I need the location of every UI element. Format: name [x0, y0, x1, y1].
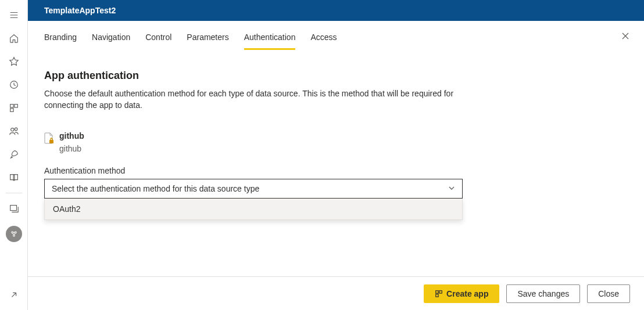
auth-method-select[interactable]: Select the authentication method for thi…	[44, 179, 463, 199]
svg-rect-11	[436, 290, 438, 293]
data-source-subname: github	[59, 144, 84, 153]
home-icon[interactable]	[2, 27, 26, 50]
footer-bar: Create app Save changes Close	[28, 276, 644, 310]
people-icon[interactable]	[2, 120, 26, 143]
layers-icon[interactable]	[2, 197, 26, 220]
tab-parameters[interactable]: Parameters	[187, 23, 228, 50]
svg-point-4	[10, 128, 13, 131]
save-changes-button[interactable]: Save changes	[506, 284, 580, 303]
svg-rect-2	[14, 104, 17, 107]
star-icon[interactable]	[2, 50, 26, 73]
auth-method-placeholder: Select the authentication method for thi…	[52, 184, 259, 193]
nav-divider	[6, 193, 22, 193]
clock-icon[interactable]	[2, 73, 26, 96]
data-source-row: github github	[44, 131, 628, 153]
chevron-down-icon	[448, 184, 455, 193]
create-app-button[interactable]: Create app	[424, 284, 499, 303]
main-panel: TemplateAppTest2 Branding Navigation Con…	[28, 0, 644, 310]
svg-point-9	[13, 235, 15, 236]
auth-method-dropdown: Select the authentication method for thi…	[44, 179, 463, 199]
auth-method-menu: OAuth2	[44, 199, 463, 220]
tab-navigation[interactable]: Navigation	[92, 23, 130, 50]
tab-access[interactable]: Access	[310, 23, 337, 50]
create-app-label: Create app	[446, 289, 488, 298]
close-icon[interactable]	[621, 31, 630, 41]
book-icon[interactable]	[2, 166, 26, 189]
section-description: Choose the default authentication method…	[44, 88, 468, 111]
tab-authentication[interactable]: Authentication	[244, 23, 296, 50]
app-icon	[435, 290, 443, 298]
section-title: App authentication	[44, 70, 628, 82]
rocket-icon[interactable]	[2, 143, 26, 166]
graph-circle-icon[interactable]	[2, 222, 26, 246]
page-title: TemplateAppTest2	[44, 6, 116, 15]
expand-icon[interactable]	[2, 283, 26, 307]
data-source-text: github github	[59, 131, 84, 153]
tab-control[interactable]: Control	[145, 23, 171, 50]
auth-method-label: Authentication method	[44, 166, 628, 175]
svg-rect-6	[10, 206, 16, 211]
page-header: TemplateAppTest2	[28, 0, 644, 21]
file-lock-icon	[44, 132, 53, 144]
svg-point-5	[15, 128, 17, 131]
svg-rect-1	[10, 104, 13, 107]
svg-rect-12	[439, 290, 442, 293]
svg-rect-10	[49, 140, 53, 143]
data-source-name: github	[59, 131, 84, 140]
svg-rect-3	[10, 109, 13, 111]
content-area: App authentication Choose the default au…	[28, 52, 644, 276]
tabs-bar: Branding Navigation Control Parameters A…	[28, 21, 644, 52]
app-grid-icon[interactable]	[2, 96, 26, 120]
hamburger-icon[interactable]	[2, 3, 26, 27]
close-button[interactable]: Close	[587, 284, 630, 303]
svg-rect-13	[436, 294, 438, 296]
left-nav-rail	[0, 0, 28, 310]
auth-method-option-oauth2[interactable]: OAuth2	[45, 199, 462, 219]
tab-branding[interactable]: Branding	[44, 23, 77, 50]
